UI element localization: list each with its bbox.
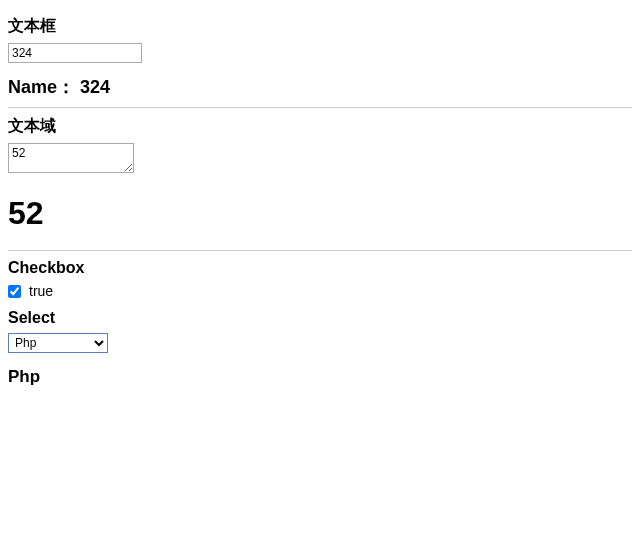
divider: [8, 250, 632, 251]
checkbox-heading: Checkbox: [8, 259, 632, 277]
text-input-output-prefix: Name：: [8, 77, 80, 97]
text-input-output-value: 324: [80, 77, 110, 97]
text-input-output: Name： 324: [8, 75, 632, 99]
text-input-heading: 文本框: [8, 16, 632, 37]
checkbox-label: true: [29, 283, 53, 299]
divider: [8, 107, 632, 108]
text-input[interactable]: [8, 43, 142, 63]
checkbox-input[interactable]: [8, 285, 21, 298]
select-heading: Select: [8, 309, 632, 327]
textarea-input[interactable]: 52: [8, 143, 134, 173]
select-input[interactable]: Php: [8, 333, 108, 353]
textarea-heading: 文本域: [8, 116, 632, 137]
textarea-output: 52: [8, 195, 632, 232]
select-output: Php: [8, 367, 632, 387]
